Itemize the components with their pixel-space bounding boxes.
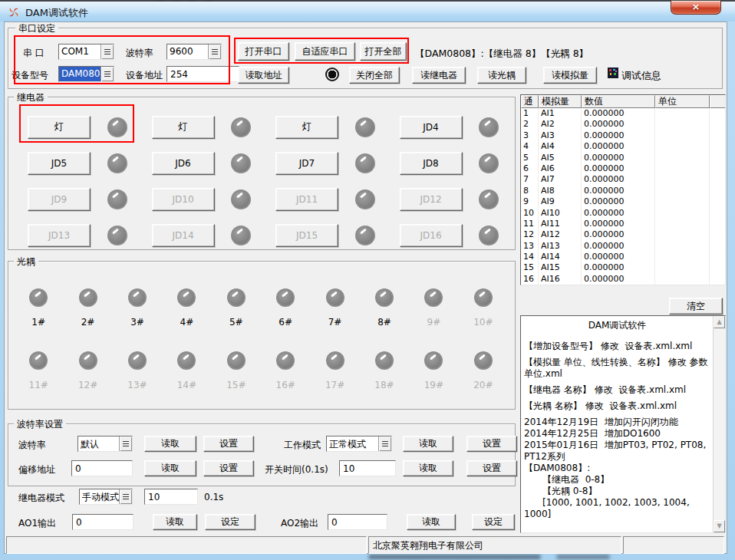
relay-button-15[interactable]: JD15 bbox=[275, 224, 338, 247]
analog-table-row[interactable]: 11AI110.000000 bbox=[521, 219, 725, 229]
analog-table-cell: AI14 bbox=[539, 252, 582, 262]
analog-table-row[interactable]: 6AI60.000000 bbox=[521, 163, 725, 174]
relay-button-12[interactable]: JD12 bbox=[400, 188, 463, 211]
ao1-read-button[interactable]: 读取 bbox=[153, 514, 197, 530]
analog-table-header-1[interactable]: 模拟量 bbox=[539, 95, 582, 108]
opto-label-15: 15# bbox=[226, 380, 246, 390]
relay-mode-combo[interactable]: 手动模式 bbox=[79, 489, 133, 505]
close-all-button[interactable]: 关闭全部 bbox=[349, 67, 400, 84]
analog-table-row[interactable]: 7AI70.000000 bbox=[521, 174, 725, 185]
combo-dropdown-icon[interactable] bbox=[119, 436, 132, 451]
ao2-set-button[interactable]: 设定 bbox=[472, 514, 515, 530]
relay-button-5[interactable]: JD5 bbox=[28, 152, 91, 175]
analog-table-cell bbox=[710, 252, 725, 262]
relay-button-1[interactable]: 灯 bbox=[28, 116, 91, 139]
work-mode-combo[interactable]: 正常模式 bbox=[326, 436, 392, 452]
relay-button-16[interactable]: JD16 bbox=[400, 224, 463, 247]
read-relay-button[interactable]: 读继电器 bbox=[412, 67, 466, 84]
analog-table-header-2[interactable]: 数值 bbox=[582, 95, 655, 108]
analog-table-row[interactable]: 9AI90.000000 bbox=[521, 196, 725, 207]
serial-settings-group-title: 串口设定 bbox=[15, 22, 58, 35]
clear-button[interactable]: 清空 bbox=[669, 298, 723, 315]
ao1-set-button[interactable]: 设定 bbox=[205, 514, 255, 530]
switch-time-input[interactable] bbox=[339, 460, 396, 476]
relay-button-7[interactable]: JD7 bbox=[275, 152, 338, 175]
auto-adapt-serial-button[interactable]: 自适应串口 bbox=[295, 42, 355, 61]
combo-dropdown-icon[interactable] bbox=[101, 44, 114, 59]
close-button[interactable]: × bbox=[671, 1, 721, 15]
analog-table-cell: 0.000000 bbox=[582, 262, 655, 273]
analog-table-row[interactable]: 14AI140.000000 bbox=[521, 252, 725, 262]
relay-button-14[interactable]: JD14 bbox=[152, 224, 215, 247]
work-mode-set-button[interactable]: 设置 bbox=[466, 436, 517, 452]
baud-rate-label: 波特率 bbox=[18, 439, 46, 452]
analog-table-row[interactable]: 15AI150.000000 bbox=[521, 262, 725, 273]
analog-table-header-4[interactable] bbox=[710, 95, 725, 108]
analog-table-row[interactable]: 16AI160.000000 bbox=[521, 274, 725, 285]
opto-led-indicator-3 bbox=[128, 288, 147, 307]
analog-table-row[interactable]: 5AI50.000000 bbox=[521, 153, 725, 163]
analog-table-row[interactable]: 3AI30.000000 bbox=[521, 130, 725, 141]
scroll-up-icon[interactable]: ▲ bbox=[714, 316, 725, 328]
analog-table-cell: 0.000000 bbox=[582, 229, 655, 240]
analog-table-row[interactable]: 10AI100.000000 bbox=[521, 208, 725, 219]
offset-set-button[interactable]: 设置 bbox=[203, 460, 254, 476]
scroll-down-icon[interactable]: ▼ bbox=[714, 520, 725, 532]
opto-led-indicator-7 bbox=[326, 288, 344, 307]
relay-button-6[interactable]: JD6 bbox=[152, 152, 215, 175]
combo-dropdown-icon[interactable] bbox=[119, 489, 132, 504]
info-line: 2015年01月16日 增加PT03, PT02, PT08, PT12系列 bbox=[524, 440, 710, 463]
analog-table-row[interactable]: 1AI10.000000 bbox=[521, 108, 725, 119]
read-analog-button[interactable]: 读模拟量 bbox=[543, 67, 597, 84]
titlebar[interactable]: DAM调试软件 bbox=[0, 2, 735, 21]
read-opto-button[interactable]: 读光耦 bbox=[477, 67, 526, 84]
combo-dropdown-icon[interactable] bbox=[101, 67, 114, 81]
combo-dropdown-icon[interactable] bbox=[208, 44, 221, 59]
baud-combo[interactable]: 9600 bbox=[166, 44, 222, 60]
ao1-input[interactable] bbox=[72, 514, 133, 530]
relay-button-11[interactable]: JD11 bbox=[275, 188, 338, 211]
analog-table-cell: 0.000000 bbox=[582, 153, 655, 163]
analog-table-row[interactable]: 8AI80.000000 bbox=[521, 186, 725, 196]
device-address-input[interactable] bbox=[166, 66, 239, 82]
open-all-button[interactable]: 打开全部 bbox=[360, 42, 407, 61]
port-combo[interactable]: COM1 bbox=[58, 44, 114, 60]
opto-cell: 2# bbox=[63, 288, 112, 328]
read-address-button[interactable]: 读取地址 bbox=[238, 67, 289, 84]
relay-time-input[interactable] bbox=[144, 489, 198, 505]
baud-set-button[interactable]: 设置 bbox=[203, 436, 254, 452]
analog-table-cell bbox=[655, 274, 710, 285]
opto-led-indicator-18 bbox=[375, 351, 394, 370]
analog-table-row[interactable]: 2AI20.000000 bbox=[521, 119, 725, 130]
opto-cell: 10# bbox=[459, 288, 508, 328]
info-line: 【继电器 名称】 修改 设备表.xml.xml bbox=[524, 384, 710, 396]
relay-button-3[interactable]: 灯 bbox=[275, 116, 338, 139]
relay-button-4[interactable]: JD4 bbox=[400, 116, 463, 139]
analog-table-header-0[interactable]: 通 bbox=[521, 95, 539, 108]
relay-button-9[interactable]: JD9 bbox=[28, 188, 91, 211]
work-mode-read-button[interactable]: 读取 bbox=[403, 436, 453, 452]
relay-button-8[interactable]: JD8 bbox=[400, 152, 463, 175]
analog-table-cell bbox=[655, 186, 710, 196]
relay-button-2[interactable]: 灯 bbox=[152, 116, 215, 139]
analog-table-row[interactable]: 12AI120.000000 bbox=[521, 229, 725, 240]
device-model-combo[interactable]: DAM0808 bbox=[58, 66, 114, 82]
ao2-input[interactable] bbox=[328, 514, 387, 530]
opto-led-indicator-19 bbox=[424, 351, 443, 370]
relay-button-10[interactable]: JD10 bbox=[152, 188, 215, 211]
offset-address-input[interactable] bbox=[71, 460, 133, 476]
ao2-read-button[interactable]: 读取 bbox=[407, 514, 456, 530]
open-serial-button[interactable]: 打开串口 bbox=[238, 42, 289, 61]
switch-time-read-button[interactable]: 读取 bbox=[403, 460, 453, 476]
baud-read-button[interactable]: 读取 bbox=[144, 436, 196, 452]
analog-table-row[interactable]: 4AI40.000000 bbox=[521, 141, 725, 152]
analog-table-row[interactable]: 13AI130.000000 bbox=[521, 241, 725, 252]
baud-rate-combo[interactable]: 默认 bbox=[77, 436, 133, 452]
info-scrollbar[interactable]: ▲ ▼ bbox=[713, 316, 725, 532]
combo-dropdown-icon[interactable] bbox=[378, 436, 391, 451]
opto-cell: 1# bbox=[14, 288, 63, 328]
relay-button-13[interactable]: JD13 bbox=[28, 224, 91, 247]
offset-read-button[interactable]: 读取 bbox=[144, 460, 196, 476]
analog-table-header-3[interactable]: 单位 bbox=[655, 95, 710, 108]
switch-time-set-button[interactable]: 设置 bbox=[466, 460, 517, 476]
